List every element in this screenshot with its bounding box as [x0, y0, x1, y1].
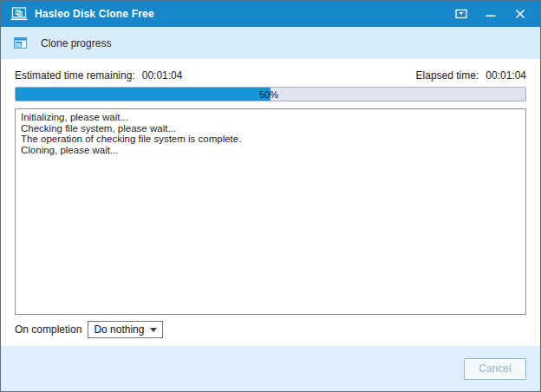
elapsed-time: Elapsed time: 00:01:04 — [416, 69, 526, 82]
log-line: Initializing, please wait... — [21, 112, 520, 123]
main-content: Estimated time remaining: 00:01:04 Elaps… — [1, 59, 540, 346]
operation-log[interactable]: Initializing, please wait... Checking fi… — [15, 108, 526, 315]
progress-bar: 50% — [15, 87, 526, 101]
titlebar: Hasleo Disk Clone Free — [1, 1, 540, 27]
page-title: Clone progress — [41, 37, 111, 49]
footer-bar: Cancel — [1, 346, 540, 391]
elapsed-time-label: Elapsed time: — [416, 69, 479, 82]
chevron-down-icon — [150, 328, 157, 332]
log-line: Cloning, please wait... — [21, 145, 520, 156]
progress-percent: 50% — [259, 88, 278, 101]
clone-progress-icon — [14, 37, 27, 49]
window-menu-icon — [455, 9, 467, 19]
on-completion-label: On completion — [15, 323, 81, 336]
app-window: Hasleo Disk Clone Free — [0, 0, 541, 392]
window-menu-button[interactable] — [446, 1, 476, 27]
progress-fill — [16, 88, 270, 101]
close-icon — [515, 9, 525, 19]
on-completion-dropdown[interactable]: Do nothing — [88, 321, 163, 338]
time-status-row: Estimated time remaining: 00:01:04 Elaps… — [15, 69, 526, 82]
minimize-button[interactable] — [476, 1, 505, 27]
close-button[interactable] — [505, 1, 535, 27]
app-icon — [10, 7, 28, 21]
minimize-icon — [486, 9, 496, 19]
on-completion-row: On completion Do nothing — [15, 321, 526, 338]
estimated-time-label: Estimated time remaining: — [15, 69, 135, 82]
window-title: Hasleo Disk Clone Free — [35, 8, 154, 20]
log-line: The operation of checking file system is… — [21, 134, 520, 145]
on-completion-selected: Do nothing — [94, 323, 144, 336]
page-header: Clone progress — [1, 27, 540, 59]
estimated-time-value: 00:01:04 — [142, 69, 183, 82]
cancel-button[interactable]: Cancel — [464, 358, 526, 380]
log-line: Checking file system, please wait... — [21, 123, 520, 134]
elapsed-time-value: 00:01:04 — [486, 69, 526, 82]
estimated-time: Estimated time remaining: 00:01:04 — [15, 69, 182, 82]
